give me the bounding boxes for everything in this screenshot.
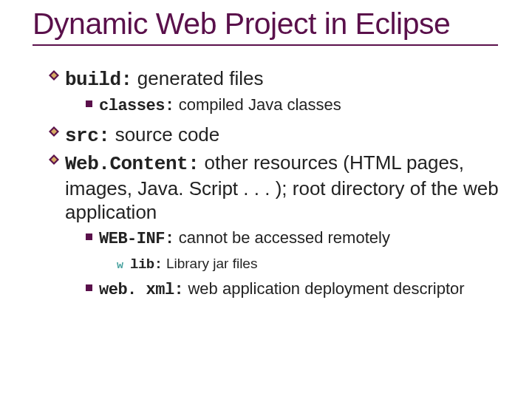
bullet-build: build: generated files xyxy=(49,66,499,92)
slide: Dynamic Web Project in Eclipse build: ge… xyxy=(0,0,532,399)
square-icon xyxy=(86,100,92,107)
w-icon: w xyxy=(117,260,123,271)
code-src: src: xyxy=(65,125,109,147)
code-build: build: xyxy=(65,69,132,91)
code-webcontent: Web.Content: xyxy=(65,153,199,175)
bullet-webinf: WEB-INF: cannot be accessed remotely xyxy=(86,228,499,250)
code-lib: lib: xyxy=(130,256,163,273)
text-webinf: cannot be accessed remotely xyxy=(174,228,390,247)
diamond-icon xyxy=(49,70,59,81)
code-webinf: WEB-INF: xyxy=(99,230,174,248)
text-webxml: web application deployment descriptor xyxy=(183,279,464,298)
bullet-classes: classes: compiled Java classes xyxy=(86,95,499,117)
code-classes: classes: xyxy=(99,97,174,115)
code-webxml: web. xml: xyxy=(99,281,183,299)
slide-title: Dynamic Web Project in Eclipse xyxy=(33,7,499,41)
bullet-src: src: source code xyxy=(49,123,499,149)
diamond-icon xyxy=(49,126,59,137)
text-lib: Library jar files xyxy=(163,256,258,271)
bullet-webcontent: Web.Content: other resources (HTML pages… xyxy=(49,151,499,225)
text-build: generated files xyxy=(132,67,264,89)
square-icon xyxy=(86,284,92,291)
text-classes: compiled Java classes xyxy=(174,95,341,114)
square-icon xyxy=(86,233,92,240)
bullet-lib: w lib: Library jar files xyxy=(117,255,499,274)
text-src: source code xyxy=(109,123,219,146)
bullet-webxml: web. xml: web application deployment des… xyxy=(86,279,499,301)
title-underline xyxy=(33,44,498,46)
diamond-icon xyxy=(49,154,59,165)
